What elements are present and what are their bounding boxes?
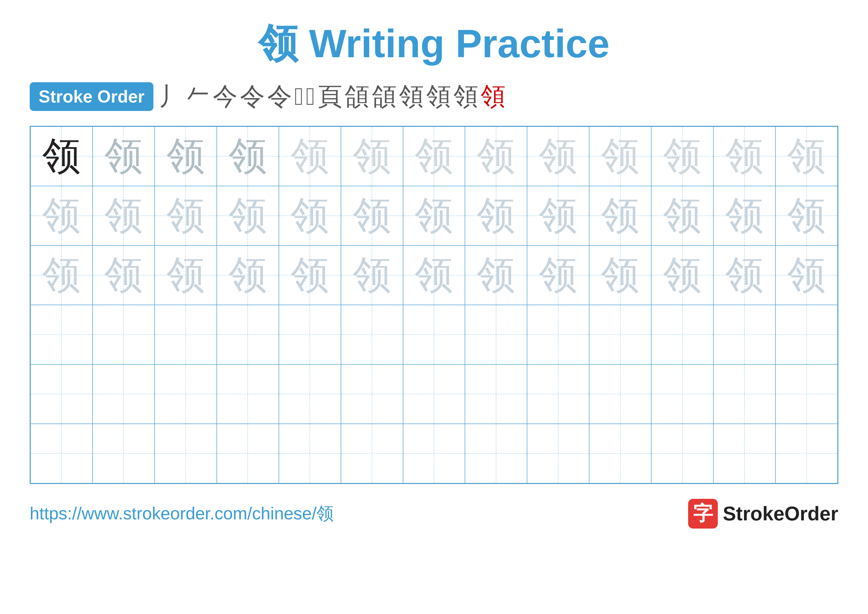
practice-char: 领 (527, 256, 589, 294)
grid-cell-2-7[interactable]: 领 (465, 246, 527, 305)
grid-cell-4-0[interactable] (31, 364, 93, 424)
grid-cell-0-7[interactable]: 领 (465, 127, 527, 186)
grid-cell-2-3[interactable]: 领 (217, 246, 279, 305)
practice-char: 领 (217, 197, 279, 235)
grid-cell-1-3[interactable]: 领 (217, 186, 279, 246)
grid-cell-2-4[interactable]: 领 (279, 246, 341, 305)
grid-cell-4-12[interactable] (775, 364, 837, 424)
grid-cell-1-8[interactable]: 领 (527, 186, 589, 246)
grid-cell-3-12[interactable] (775, 305, 837, 364)
grid-cell-2-12[interactable]: 领 (775, 246, 837, 305)
practice-char: 领 (403, 137, 465, 176)
practice-char: 领 (776, 137, 837, 176)
grid-cell-1-2[interactable]: 领 (155, 186, 217, 246)
grid-cell-5-0[interactable] (31, 424, 93, 483)
grid-cell-3-3[interactable] (217, 305, 279, 364)
grid-cell-4-7[interactable] (465, 364, 527, 424)
grid-cell-2-8[interactable]: 领 (527, 246, 589, 305)
grid-cell-2-1[interactable]: 领 (93, 246, 155, 305)
grid-cell-5-4[interactable] (279, 424, 341, 483)
stroke-char-5: 𠃋 (294, 84, 304, 109)
grid-cell-5-8[interactable] (527, 424, 589, 483)
grid-cell-0-9[interactable]: 领 (589, 127, 651, 186)
grid-cell-0-12[interactable]: 领 (775, 127, 837, 186)
grid-cell-0-4[interactable]: 领 (279, 127, 341, 186)
grid-cell-3-1[interactable] (93, 305, 155, 364)
logo-icon: 字 (688, 499, 718, 529)
grid-cell-4-9[interactable] (589, 364, 651, 424)
grid-cell-5-1[interactable] (93, 424, 155, 483)
practice-char: 领 (155, 137, 217, 176)
grid-cell-3-11[interactable] (713, 305, 775, 364)
practice-char: 领 (93, 137, 154, 176)
grid-cell-5-9[interactable] (589, 424, 651, 483)
grid-cell-4-4[interactable] (279, 364, 341, 424)
practice-char: 领 (465, 137, 527, 176)
grid-cell-5-10[interactable] (651, 424, 713, 483)
grid-cell-2-2[interactable]: 领 (155, 246, 217, 305)
grid-cell-0-10[interactable]: 领 (651, 127, 713, 186)
grid-cell-3-8[interactable] (527, 305, 589, 364)
grid-cell-5-6[interactable] (403, 424, 465, 483)
grid-cell-1-11[interactable]: 领 (713, 186, 775, 246)
grid-cell-3-9[interactable] (589, 305, 651, 364)
practice-char: 领 (714, 137, 775, 176)
grid-cell-5-2[interactable] (155, 424, 217, 483)
grid-cell-5-12[interactable] (775, 424, 837, 483)
grid-cell-4-5[interactable] (341, 364, 403, 424)
grid-cell-3-10[interactable] (651, 305, 713, 364)
grid-cell-2-11[interactable]: 领 (713, 246, 775, 305)
grid-cell-1-1[interactable]: 领 (93, 186, 155, 246)
grid-cell-3-6[interactable] (403, 305, 465, 364)
practice-char: 领 (651, 256, 713, 294)
grid-cell-0-3[interactable]: 领 (217, 127, 279, 186)
grid-cell-0-8[interactable]: 领 (527, 127, 589, 186)
stroke-char-6: 𠄎 (306, 84, 315, 109)
grid-cell-5-11[interactable] (713, 424, 775, 483)
practice-char: 领 (155, 256, 217, 294)
grid-cell-0-0[interactable]: 领 (31, 127, 93, 186)
practice-char: 领 (31, 256, 92, 294)
grid-cell-5-3[interactable] (217, 424, 279, 483)
grid-cell-4-1[interactable] (93, 364, 155, 424)
grid-cell-3-4[interactable] (279, 305, 341, 364)
grid-cell-1-7[interactable]: 领 (465, 186, 527, 246)
practice-char: 领 (341, 137, 403, 176)
grid-cell-1-5[interactable]: 领 (341, 186, 403, 246)
stroke-char-9: 頜 (372, 84, 397, 109)
grid-cell-0-5[interactable]: 领 (341, 127, 403, 186)
grid-cell-2-5[interactable]: 领 (341, 246, 403, 305)
grid-cell-1-9[interactable]: 领 (589, 186, 651, 246)
grid-cell-2-9[interactable]: 领 (589, 246, 651, 305)
grid-cell-1-6[interactable]: 领 (403, 186, 465, 246)
grid-cell-4-6[interactable] (403, 364, 465, 424)
grid-cell-4-2[interactable] (155, 364, 217, 424)
grid-cell-0-2[interactable]: 领 (155, 127, 217, 186)
grid-cell-1-12[interactable]: 领 (775, 186, 837, 246)
practice-char: 领 (651, 137, 713, 176)
grid-cell-4-3[interactable] (217, 364, 279, 424)
grid-cell-5-7[interactable] (465, 424, 527, 483)
grid-cell-4-8[interactable] (527, 364, 589, 424)
stroke-char-10: 領 (399, 84, 424, 109)
grid-cell-0-1[interactable]: 领 (93, 127, 155, 186)
grid-cell-2-10[interactable]: 领 (651, 246, 713, 305)
grid-cell-4-10[interactable] (651, 364, 713, 424)
grid-cell-3-2[interactable] (155, 305, 217, 364)
grid-cell-4-11[interactable] (713, 364, 775, 424)
grid-cell-3-0[interactable] (31, 305, 93, 364)
grid-cell-3-5[interactable] (341, 305, 403, 364)
practice-char: 领 (651, 197, 713, 235)
grid-cell-1-0[interactable]: 领 (31, 186, 93, 246)
grid-cell-3-7[interactable] (465, 305, 527, 364)
grid-cell-0-11[interactable]: 领 (713, 127, 775, 186)
grid-cell-5-5[interactable] (341, 424, 403, 483)
practice-char: 领 (714, 197, 775, 235)
grid-cell-1-4[interactable]: 领 (279, 186, 341, 246)
grid-cell-0-6[interactable]: 领 (403, 127, 465, 186)
footer-url[interactable]: https://www.strokeorder.com/chinese/领 (30, 502, 334, 525)
practice-char: 领 (403, 256, 465, 294)
grid-cell-2-0[interactable]: 领 (31, 246, 93, 305)
grid-cell-1-10[interactable]: 领 (651, 186, 713, 246)
grid-cell-2-6[interactable]: 领 (403, 246, 465, 305)
